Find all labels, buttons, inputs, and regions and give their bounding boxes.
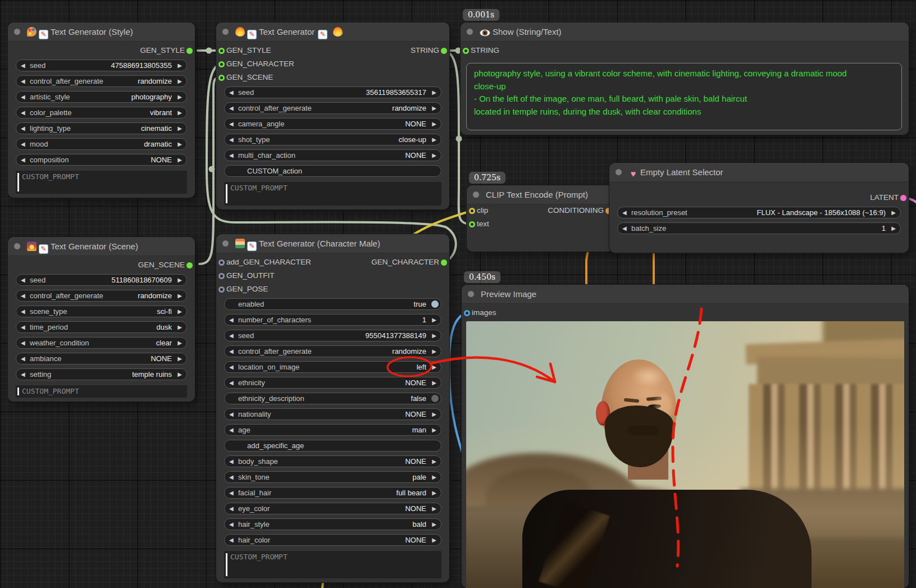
decrement-arrow-icon[interactable]: ◀ xyxy=(229,87,234,98)
widget-ethnicity[interactable]: ◀▶ethnicityNONE xyxy=(224,377,441,389)
decrement-arrow-icon[interactable]: ◀ xyxy=(21,290,25,301)
decrement-arrow-icon[interactable]: ◀ xyxy=(229,362,234,372)
widget-facial-hair[interactable]: ◀▶facial_hairfull beard xyxy=(224,487,441,499)
input-dot[interactable] xyxy=(218,75,225,81)
widget-body-shape[interactable]: ◀▶body_shapeNONE xyxy=(224,455,441,467)
decrement-arrow-icon[interactable]: ◀ xyxy=(229,503,234,514)
increment-arrow-icon[interactable]: ▶ xyxy=(891,223,896,234)
widget-control-after-generate[interactable]: ◀▶control_after_generaterandomize xyxy=(16,75,187,87)
increment-arrow-icon[interactable]: ▶ xyxy=(432,134,436,145)
decrement-arrow-icon[interactable]: ◀ xyxy=(229,118,234,129)
increment-arrow-icon[interactable]: ▶ xyxy=(432,535,436,545)
input-slot-gen_outfit[interactable]: GEN_OUTFIT xyxy=(226,270,275,282)
increment-arrow-icon[interactable]: ▶ xyxy=(177,60,182,71)
widget-color-palette[interactable]: ◀▶color_palettevibrant xyxy=(16,107,187,118)
decrement-arrow-icon[interactable]: ◀ xyxy=(21,123,25,134)
collapse-dot[interactable] xyxy=(222,240,229,247)
decrement-arrow-icon[interactable]: ◀ xyxy=(229,134,234,145)
node-62[interactable]: Text GeneratorGEN_STYLEGEN_CHARACTERGEN_… xyxy=(216,22,449,209)
widget-multi-char-action[interactable]: ◀▶multi_char_actionNONE xyxy=(224,149,441,161)
input-dot[interactable] xyxy=(218,61,225,67)
node-titlebar-57[interactable]: Text Generator (Scene) xyxy=(8,237,195,256)
collapse-dot[interactable] xyxy=(222,29,229,35)
button-custom-action[interactable]: CUSTOM_action xyxy=(224,165,441,177)
widget-location-on-image[interactable]: ◀▶location_on_imageleft xyxy=(224,361,441,373)
decrement-arrow-icon[interactable]: ◀ xyxy=(229,519,234,530)
input-slot-gen_pose[interactable]: GEN_POSE xyxy=(226,283,268,295)
decrement-arrow-icon[interactable]: ◀ xyxy=(21,60,25,71)
node-titlebar-62[interactable]: Text Generator xyxy=(216,22,449,42)
increment-arrow-icon[interactable]: ▶ xyxy=(432,425,436,435)
increment-arrow-icon[interactable]: ▶ xyxy=(432,487,436,498)
node-58[interactable]: Show (String/Text)STRINGphotography styl… xyxy=(461,22,909,135)
widget-lighting-type[interactable]: ◀▶lighting_typecinematic xyxy=(16,122,187,134)
increment-arrow-icon[interactable]: ▶ xyxy=(891,207,896,218)
increment-arrow-icon[interactable]: ▶ xyxy=(432,456,436,467)
input-dot[interactable] xyxy=(464,310,470,316)
widget-eye-color[interactable]: ◀▶eye_colorNONE xyxy=(224,503,441,514)
button-add-specific-age[interactable]: add_specific_age xyxy=(224,440,441,452)
decrement-arrow-icon[interactable]: ◀ xyxy=(21,306,25,317)
increment-arrow-icon[interactable]: ▶ xyxy=(177,76,182,86)
decrement-arrow-icon[interactable]: ◀ xyxy=(622,207,627,218)
decrement-arrow-icon[interactable]: ◀ xyxy=(229,535,234,545)
node-59[interactable]: Text Generator (Style)GEN_STYLE◀▶seed475… xyxy=(8,22,195,198)
increment-arrow-icon[interactable]: ▶ xyxy=(177,275,182,285)
increment-arrow-icon[interactable]: ▶ xyxy=(177,154,182,165)
widget-hair-color[interactable]: ◀▶hair_colorNONE xyxy=(224,534,441,546)
increment-arrow-icon[interactable]: ▶ xyxy=(432,346,436,357)
increment-arrow-icon[interactable]: ▶ xyxy=(177,107,182,118)
widget-ethnicity-description[interactable]: ethnicity_descriptionfalse xyxy=(224,393,441,404)
increment-arrow-icon[interactable]: ▶ xyxy=(432,362,436,372)
decrement-arrow-icon[interactable]: ◀ xyxy=(21,353,25,364)
increment-arrow-icon[interactable]: ▶ xyxy=(432,377,436,388)
widget-resolution-preset[interactable]: ◀▶resolution_presetFLUX - Landscape - 18… xyxy=(617,207,901,218)
decrement-arrow-icon[interactable]: ◀ xyxy=(229,330,234,341)
decrement-arrow-icon[interactable]: ◀ xyxy=(229,314,234,325)
input-dot[interactable] xyxy=(463,48,469,54)
increment-arrow-icon[interactable]: ▶ xyxy=(177,290,182,301)
decrement-arrow-icon[interactable]: ◀ xyxy=(622,223,627,234)
increment-arrow-icon[interactable]: ▶ xyxy=(432,103,436,113)
widget-setting[interactable]: ◀▶settingtemple ruins xyxy=(16,368,187,380)
output-slot-gen_scene[interactable]: GEN_SCENE xyxy=(138,259,185,271)
widget-weather-condition[interactable]: ◀▶weather_conditionclear xyxy=(16,337,187,349)
node-titlebar-64[interactable]: Text Generator (Character Male) xyxy=(216,234,449,253)
widget-seed[interactable]: ◀▶seed955041377388149 xyxy=(224,330,441,341)
decrement-arrow-icon[interactable]: ◀ xyxy=(229,346,234,357)
node-titlebar-63[interactable]: Preview Image xyxy=(462,285,909,304)
increment-arrow-icon[interactable]: ▶ xyxy=(432,150,436,161)
output-slot-conditioning[interactable]: CONDITIONING xyxy=(548,204,604,217)
widget-seed[interactable]: ◀▶seed475886913805355 xyxy=(16,60,187,71)
increment-arrow-icon[interactable]: ▶ xyxy=(177,338,182,348)
output-dot[interactable] xyxy=(441,259,447,266)
decrement-arrow-icon[interactable]: ◀ xyxy=(229,425,234,435)
input-slot-gen_style[interactable]: GEN_STYLE xyxy=(226,44,271,57)
widget-mood[interactable]: ◀▶mooddramatic xyxy=(16,138,187,150)
output-slot-gen_style[interactable]: GEN_STYLE xyxy=(140,44,185,57)
widget-scene-type[interactable]: ◀▶scene_typesci-fi xyxy=(16,306,187,317)
increment-arrow-icon[interactable]: ▶ xyxy=(177,139,182,149)
decrement-arrow-icon[interactable]: ◀ xyxy=(21,338,25,348)
decrement-arrow-icon[interactable]: ◀ xyxy=(21,322,25,332)
output-dot[interactable] xyxy=(441,48,447,54)
node-titlebar-59[interactable]: Text Generator (Style) xyxy=(8,22,195,42)
node-titlebar-61[interactable]: Empty Latent Selector xyxy=(609,163,909,182)
decrement-arrow-icon[interactable]: ◀ xyxy=(229,377,234,388)
collapse-dot[interactable] xyxy=(14,243,20,249)
input-dot[interactable] xyxy=(218,286,225,293)
widget-control-after-generate[interactable]: ◀▶control_after_generaterandomize xyxy=(16,290,187,302)
widget-camera-angle[interactable]: ◀▶camera_angleNONE xyxy=(224,118,441,130)
custom-prompt-textarea[interactable]: CUSTOM_PROMPT xyxy=(16,171,187,194)
input-slot-images[interactable]: images xyxy=(472,307,496,319)
input-dot[interactable] xyxy=(218,48,225,54)
input-slot-gen_scene[interactable]: GEN_SCENE xyxy=(226,71,273,84)
increment-arrow-icon[interactable]: ▶ xyxy=(177,322,182,332)
custom-prompt-textarea[interactable]: CUSTOM_PROMPT xyxy=(224,551,441,578)
increment-arrow-icon[interactable]: ▶ xyxy=(432,87,436,98)
increment-arrow-icon[interactable]: ▶ xyxy=(177,306,182,317)
output-slot-latent[interactable]: LATENT xyxy=(870,192,899,204)
input-dot[interactable] xyxy=(218,273,225,279)
widget-nationality[interactable]: ◀▶nationalityNONE xyxy=(224,408,441,420)
input-slot-text[interactable]: text xyxy=(477,218,489,230)
